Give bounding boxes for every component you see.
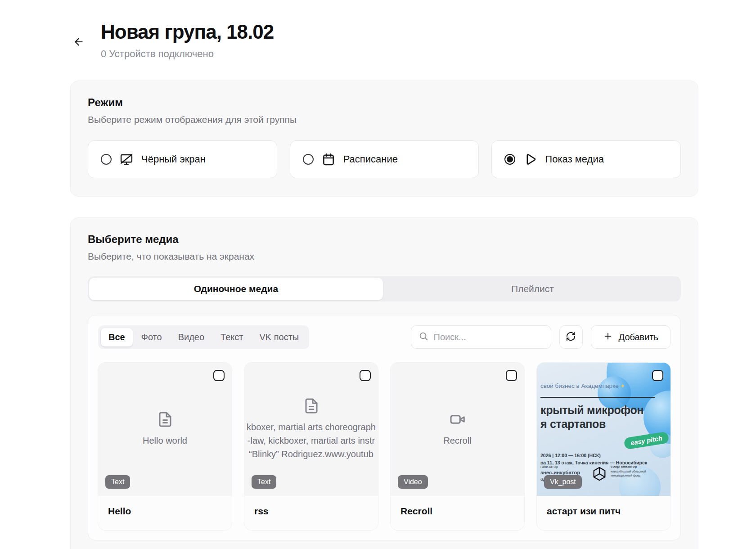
media-thumbnail[interactable]: kboxer, martial arts choreograph-law, ki… xyxy=(244,363,378,496)
vk-coorganizer-line: инновационный фонд xyxy=(611,473,646,477)
play-icon xyxy=(523,153,537,166)
media-card-title: Hello xyxy=(98,496,232,530)
mode-section: Режим Выберите режим отображения для это… xyxy=(70,81,698,197)
search-input[interactable] xyxy=(434,332,544,342)
monitor-off-icon xyxy=(120,153,133,166)
media-panel: ВсеФотоВидеоТекстVK посты xyxy=(88,315,681,540)
media-tabs: Одиночное медиаПлейлист xyxy=(88,276,681,302)
filter-chip-vk[interactable]: VK посты xyxy=(252,328,306,346)
mode-section-subtitle: Выберите режим отображения для этой груп… xyxy=(88,114,681,125)
media-type-badge: Text xyxy=(105,475,130,489)
tab-playlist[interactable]: Плейлист xyxy=(386,278,680,300)
plus-icon xyxy=(603,331,613,343)
page: Новая група, 18.02 0 Устройств подключен… xyxy=(0,0,756,549)
media-card-1[interactable]: Hello worldTextHello xyxy=(98,363,232,530)
filter-chip-all[interactable]: Все xyxy=(101,328,133,346)
vk-coorganizer-text: соорганизаторновосибирский областнойинно… xyxy=(611,464,646,477)
vk-divider xyxy=(540,397,655,398)
media-thumbnail[interactable]: свой бизнес в Академпарке ✦крытый микроф… xyxy=(537,363,670,496)
media-thumbnail[interactable]: Hello worldText xyxy=(98,363,232,496)
header-text: Новая група, 18.02 0 Устройств подключен… xyxy=(101,21,274,60)
media-caption-line: kboxer, martial arts choreograph xyxy=(247,420,376,434)
vk-heading-line: крытый микрофон xyxy=(540,403,644,417)
tab-single[interactable]: Одиночное медиа xyxy=(89,278,383,300)
vk-heading: крытый микрофоня стартапов xyxy=(540,403,644,431)
filter-chips: ВсеФотоВидеоТекстVK посты xyxy=(98,325,309,349)
media-caption-line: Hello world xyxy=(143,434,187,447)
media-card-4[interactable]: свой бизнес в Академпарке ✦крытый микроф… xyxy=(537,363,670,530)
sparkle-icon: ✦ xyxy=(620,383,625,389)
media-type-badge: Video xyxy=(398,475,428,489)
add-button-label: Добавить xyxy=(619,332,658,342)
mode-section-title: Режим xyxy=(88,96,681,109)
mode-option-schedule[interactable]: Расписание xyxy=(290,140,479,178)
video-icon xyxy=(450,411,466,434)
media-card-title: Recroll xyxy=(391,496,524,530)
media-caption-line: Recroll xyxy=(443,434,471,447)
arrow-left-icon xyxy=(73,36,85,48)
filter-chip-photo[interactable]: Фото xyxy=(134,328,170,346)
media-card-title: астарт изи питч xyxy=(537,496,670,530)
media-checkbox[interactable] xyxy=(213,370,225,381)
media-checkbox[interactable] xyxy=(652,370,663,381)
vk-detail-line: 2026 | 12:00 — 16:00 (НСК) xyxy=(540,452,647,459)
mode-option-label: Расписание xyxy=(343,153,398,165)
vk-heading-line: я стартапов xyxy=(540,417,644,431)
media-card-title: rss xyxy=(244,496,378,530)
search-icon xyxy=(418,331,428,343)
media-grid: Hello worldTextHellokboxer, martial arts… xyxy=(98,363,670,530)
search-box[interactable] xyxy=(411,325,551,349)
radio-show-media-checked[interactable] xyxy=(504,154,515,165)
mode-option-show-media[interactable]: Показ медиа xyxy=(491,140,681,178)
back-button[interactable] xyxy=(70,33,87,50)
hexagon-logo-icon xyxy=(592,466,607,483)
mode-option-label: Чёрный экран xyxy=(141,153,206,165)
media-section-subtitle: Выберите, что показывать на экранах xyxy=(88,251,681,262)
media-type-badge: Text xyxy=(252,475,276,489)
media-card-2[interactable]: kboxer, martial arts choreograph-law, ki… xyxy=(244,363,378,530)
media-caption-line: “Blinky” Rodriguez.www.youtub xyxy=(249,447,374,461)
vk-organizer-line: ганизатор xyxy=(540,464,580,469)
page-header: Новая група, 18.02 0 Устройств подключен… xyxy=(70,21,698,60)
media-thumbnail[interactable]: RecrollVideo xyxy=(391,363,524,496)
radio-black-screen[interactable] xyxy=(101,154,112,165)
radio-schedule[interactable] xyxy=(303,154,314,165)
file-text-icon xyxy=(303,398,320,420)
add-button[interactable]: Добавить xyxy=(591,325,670,349)
page-title: Новая група, 18.02 xyxy=(101,21,274,44)
media-caption-line: -law, kickboxer, martial arts instr xyxy=(248,434,375,447)
media-section-title: Выберите медиа xyxy=(88,233,681,246)
file-text-icon xyxy=(157,411,173,434)
media-card-3[interactable]: RecrollVideoRecroll xyxy=(391,363,524,530)
refresh-icon xyxy=(566,331,576,343)
calendar-icon xyxy=(322,153,335,166)
vk-coorganizer-line: новосибирский областной xyxy=(611,469,646,473)
vk-coorganizer-title: соорганизатор xyxy=(611,464,646,469)
media-toolbar: ВсеФотоВидеоТекстVK посты xyxy=(98,325,670,349)
mode-options: Чёрный экранРасписаниеПоказ медиа xyxy=(88,140,681,178)
media-section: Выберите медиа Выберите, что показывать … xyxy=(70,217,698,549)
media-checkbox[interactable] xyxy=(360,370,371,381)
media-type-badge: Vk_post xyxy=(544,475,582,489)
filter-chip-text[interactable]: Текст xyxy=(213,328,251,346)
mode-option-black-screen[interactable]: Чёрный экран xyxy=(88,140,277,178)
mode-option-label: Показ медиа xyxy=(545,153,604,165)
vk-top-line: свой бизнес в Академпарке ✦ xyxy=(540,382,625,389)
media-checkbox[interactable] xyxy=(506,370,517,381)
filter-chip-video[interactable]: Видео xyxy=(171,328,212,346)
devices-connected-status: 0 Устройств подключено xyxy=(101,48,274,60)
refresh-button[interactable] xyxy=(559,325,583,349)
